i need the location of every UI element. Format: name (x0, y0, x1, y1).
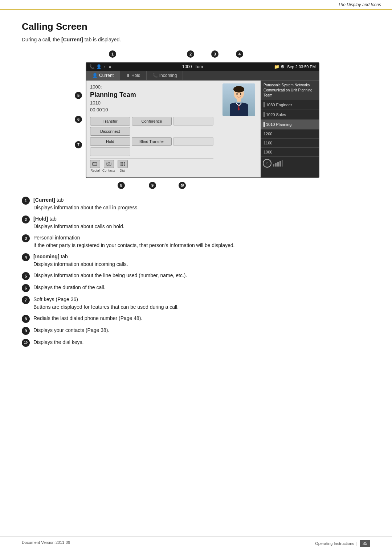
speed-dial-list: 1030 Engineer 1020 Sales 1010 Planning (261, 100, 319, 157)
desc-detail-5: Displays information about the line bein… (33, 272, 187, 278)
tab-current[interactable]: 👤 Current (86, 71, 120, 80)
svg-rect-8 (122, 164, 123, 165)
tab-current-label: Current (99, 73, 114, 78)
footer-middle: Operating Instructions (315, 541, 354, 546)
bottom-icon-redial[interactable]: Redial (90, 160, 100, 172)
speed-dial-label-1000: 1000 (264, 150, 272, 154)
desc-num-8: 8 (22, 315, 30, 323)
bottom-icons-row: Redial (90, 158, 213, 174)
desc-num-5: 5 (22, 272, 30, 280)
tab-incoming-icon: 📞 (152, 73, 158, 78)
tabs-row: 👤 Current ⏸ Hold 📞 Incoming (86, 71, 319, 81)
tab-current-icon: 👤 (92, 73, 98, 78)
bottom-icon-contacts[interactable]: Contacts (102, 160, 115, 172)
tab-hold[interactable]: ⏸ Hold (120, 71, 147, 80)
speed-dial-item-1010[interactable]: 1010 Planning (261, 120, 319, 130)
speed-dial-bar-2 (264, 112, 265, 117)
desc-text-2: [Hold] tab Displays information about ca… (33, 215, 370, 230)
intro-text-before: During a call, the (22, 37, 61, 42)
ann-5: 5 (75, 92, 82, 99)
contacts-icon (104, 160, 114, 168)
desc-detail-4: Displays information about incoming call… (33, 261, 128, 267)
desc-item-4: 4 [Incoming] tab Displays information ab… (22, 253, 370, 268)
softkey-transfer[interactable]: Transfer (90, 117, 130, 126)
status-icon-2: ⚙ (281, 64, 285, 69)
svg-rect-9 (124, 164, 125, 165)
status-center: 1000 Tom (182, 64, 203, 69)
speed-dial-label-1030: 1030 Engineer (266, 103, 292, 107)
status-time: Sep 2 03:50 PM (287, 65, 316, 69)
desc-detail-10: Displays the dial keys. (33, 339, 84, 345)
desc-item-3: 3 Personal information If the other part… (22, 234, 370, 249)
footer-page-number: 35 (360, 540, 370, 547)
icon-extra: ■ (109, 65, 111, 69)
bottom-controls: ○ (261, 157, 319, 170)
svg-rect-11 (122, 165, 123, 166)
extension-name: Tom (195, 64, 203, 69)
tab-hold-label: Hold (131, 73, 140, 78)
tab-incoming[interactable]: 📞 Incoming (147, 71, 183, 80)
speed-dial-item-1030[interactable]: 1030 Engineer (261, 100, 319, 110)
svg-rect-10 (121, 165, 122, 166)
desc-num-7: 7 (22, 296, 30, 304)
speed-dial-item-1200[interactable]: 1200 (261, 130, 319, 139)
desc-detail-9: Displays your contacts (Page 38). (33, 327, 109, 333)
desc-detail-6: Displays the duration of the call. (33, 284, 105, 290)
desc-num-3: 3 (22, 234, 30, 242)
desc-label-7: Soft keys (Page 36) (33, 296, 78, 302)
info-text: Panasonic System Networks Communicati on… (264, 83, 313, 97)
right-panel: Panasonic System Networks Communicati on… (261, 81, 319, 177)
ann-10: ⑩ (179, 182, 186, 189)
desc-text-8: Redials the last dialed phone number (Pa… (33, 315, 370, 322)
softkey-disconnect[interactable]: Disconnect (90, 127, 130, 136)
svg-rect-7 (121, 164, 122, 165)
speed-dial-item-1000[interactable]: 1000 (261, 148, 319, 157)
desc-detail-1: Displays information about the call in p… (33, 205, 139, 210)
call-duration: 00:00'10 (90, 107, 213, 112)
softkey-hold[interactable]: Hold (90, 137, 130, 146)
speed-dial-item-1020[interactable]: 1020 Sales (261, 110, 319, 120)
desc-text-9: Displays your contacts (Page 38). (33, 327, 370, 334)
desc-bold-1: [Current] (33, 197, 55, 203)
ann-4: 4 (236, 50, 243, 58)
svg-rect-3 (111, 163, 111, 165)
footer-left: Document Version 2011-09 (22, 540, 70, 547)
desc-item-5: 5 Displays information about the line be… (22, 272, 370, 280)
bottom-icon-dial[interactable]: Dial (118, 160, 128, 172)
desc-detail-3: If the other party is registered in your… (33, 242, 234, 248)
section-title: Calling Screen (22, 21, 370, 32)
desc-text-4: [Incoming] tab Displays information abou… (33, 253, 370, 268)
description-list: 1 [Current] tab Displays information abo… (22, 196, 370, 347)
softkey-blind-transfer[interactable]: Blind Transfer (132, 137, 172, 146)
circle-btn[interactable]: ○ (263, 159, 271, 168)
speed-dial-bar-3 (264, 122, 265, 127)
desc-detail-2: Displays information about calls on hold… (33, 223, 124, 229)
desc-num-6: 6 (22, 284, 30, 292)
desc-item-2: 2 [Hold] tab Displays information about … (22, 215, 370, 230)
desc-bold-2: [Hold] (33, 216, 48, 222)
desc-item-6: 6 Displays the duration of the call. (22, 284, 370, 292)
desc-detail-7: Buttons are displayed for features that … (33, 304, 179, 310)
phone-body: 1000: Planning Team 1010 00:00'10 Transf… (86, 81, 319, 177)
svg-rect-12 (124, 165, 125, 166)
ann-3: 3 (211, 50, 219, 58)
speed-dial-item-1100[interactable]: 1100 (261, 139, 319, 148)
desc-item-7: 7 Soft keys (Page 36) Buttons are displa… (22, 296, 370, 311)
desc-num-2: 2 (22, 216, 30, 223)
status-bar-right: 📁 ⚙ Sep 2 03:50 PM (274, 64, 316, 69)
svg-rect-2 (106, 163, 107, 165)
volume-bars (273, 160, 283, 167)
softkey-conference[interactable]: Conference (132, 117, 172, 126)
softkey-row-1: Transfer Conference Disconnect (90, 117, 213, 136)
redial-icon (90, 160, 100, 168)
icon-contacts: 👤 (96, 64, 102, 69)
page-footer: Document Version 2011-09 Operating Instr… (0, 536, 392, 547)
info-text-block: Panasonic System Networks Communicati on… (261, 81, 319, 100)
top-header: The Display and Icons (0, 0, 392, 10)
caller-ext: 1010 (90, 100, 213, 106)
intro-bold: [Current] (61, 37, 83, 42)
desc-text-6: Displays the duration of the call. (33, 284, 370, 291)
desc-text-5: Displays information about the line bein… (33, 272, 370, 279)
svg-rect-16 (237, 99, 241, 102)
svg-rect-4 (121, 162, 122, 163)
